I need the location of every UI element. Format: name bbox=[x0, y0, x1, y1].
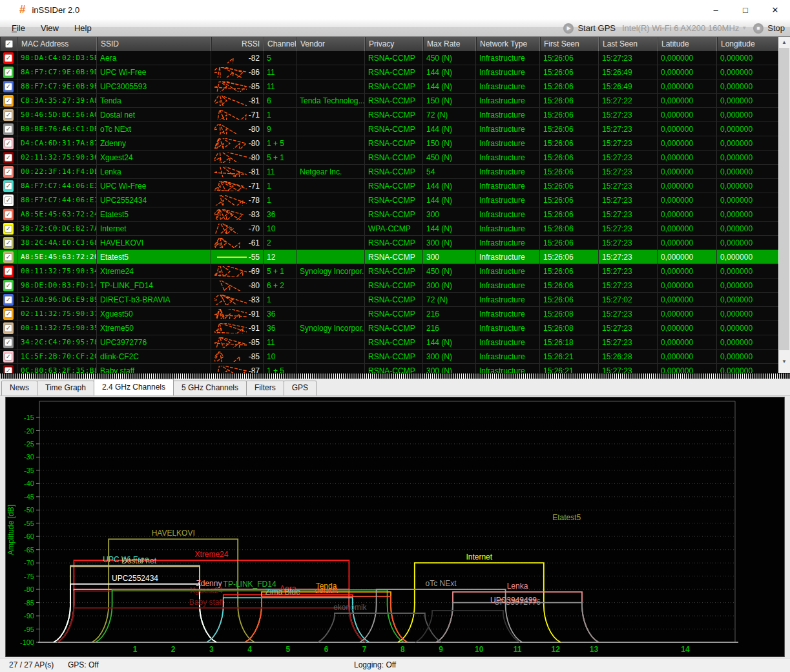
svg-text:-25: -25 bbox=[24, 440, 34, 448]
tab-news[interactable]: News bbox=[1, 381, 37, 395]
cell-latitude: 0,000000 bbox=[658, 264, 717, 278]
table-row[interactable]: ✓88:F7:C7:9E:0B:9BUPC3005593-8511RSNA-CC… bbox=[0, 79, 778, 94]
horizontal-scrollbar[interactable] bbox=[0, 373, 790, 379]
row-checkbox[interactable]: ✓ bbox=[0, 264, 17, 278]
column-header-network-type[interactable]: Network Type bbox=[476, 37, 540, 51]
menu-item-view[interactable]: View bbox=[33, 21, 67, 36]
row-checkbox[interactable]: ✓ bbox=[0, 207, 17, 221]
row-checkbox[interactable]: ✓ bbox=[0, 136, 17, 150]
cell-max-rate: 300 (N) bbox=[423, 278, 476, 292]
cell-first-seen: 15:26:06 bbox=[540, 151, 599, 164]
tab-filters[interactable]: Filters bbox=[246, 381, 284, 395]
table-row[interactable]: ✓38:2C:4A:E0:C3:68HAVELKOVI-612RSNA-CCMP… bbox=[0, 236, 778, 250]
cell-rssi: -80 bbox=[211, 278, 264, 292]
column-header-longitude[interactable]: Longitude bbox=[717, 37, 778, 51]
svg-text:14: 14 bbox=[681, 645, 690, 654]
row-checkbox[interactable]: ✓ bbox=[0, 179, 17, 193]
column-header-channel[interactable]: Channel bbox=[264, 37, 296, 51]
row-checkbox[interactable]: ✓ bbox=[0, 94, 17, 107]
tab-5-ghz-channels[interactable]: 5 GHz Channels bbox=[173, 381, 247, 395]
row-checkbox[interactable]: ✓ bbox=[0, 51, 17, 65]
table-row[interactable]: ✓02:11:32:75:90:36Xguest24-805 + 1RSNA-C… bbox=[0, 151, 778, 165]
column-header-last-seen[interactable]: Last Seen bbox=[599, 37, 658, 51]
row-checkbox[interactable]: ✓ bbox=[0, 307, 17, 320]
cell-ssid: oTc NExt bbox=[97, 122, 211, 136]
cell-latitude: 0,000000 bbox=[658, 65, 717, 79]
start-gps-button[interactable]: ▶ Start GPS bbox=[563, 23, 616, 34]
table-row[interactable]: ✓8A:F7:C7:9E:0B:9DUPC Wi-Free-8611RSNA-C… bbox=[0, 65, 778, 79]
row-checkbox[interactable]: ✓ bbox=[0, 350, 17, 363]
vertical-scrollbar[interactable]: ▲ ▼ bbox=[778, 37, 790, 373]
row-checkbox[interactable]: ✓ bbox=[0, 122, 17, 136]
row-checkbox[interactable]: ✓ bbox=[0, 65, 17, 79]
channel-graph: -15-20-25-30-35-40-45-50-55-60-65-70-75-… bbox=[5, 397, 785, 657]
svg-text:-80: -80 bbox=[24, 585, 34, 593]
scroll-up-icon[interactable]: ▲ bbox=[778, 37, 790, 48]
table-row[interactable]: ✓02:11:32:75:90:37Xguest50-9136RSNA-CCMP… bbox=[0, 307, 778, 321]
tab-2-4-ghz-channels[interactable]: 2.4 GHz Channels bbox=[94, 379, 174, 395]
column-header-rssi[interactable]: RSSI bbox=[211, 37, 264, 51]
row-checkbox[interactable]: ✓ bbox=[0, 335, 17, 349]
row-checkbox[interactable]: ✓ bbox=[0, 278, 17, 292]
row-checkbox[interactable]: ✓ bbox=[0, 79, 17, 93]
table-row[interactable]: ✓98:DA:C4:02:D3:5BAera-825RSNA-CCMP450 (… bbox=[0, 51, 778, 65]
table-row[interactable]: ✓88:F7:C7:44:06:E1UPC2552434-781RSNA-CCM… bbox=[0, 193, 778, 207]
stop-button[interactable]: ■ Stop bbox=[753, 23, 785, 34]
table-row[interactable]: ✓1C:5F:2B:70:CF:2Cdlink-CF2C-8510RSNA-CC… bbox=[0, 350, 778, 364]
column-header-vendor[interactable]: Vendor bbox=[296, 37, 365, 51]
cell-last-seen: 15:27:23 bbox=[599, 321, 658, 335]
row-checkbox[interactable]: ✓ bbox=[0, 250, 17, 264]
maximize-button[interactable]: □ bbox=[731, 0, 760, 19]
table-row[interactable]: ✓98:DE:D0:B3:FD:14TP-LINK_FD14-806 + 2RS… bbox=[0, 278, 778, 293]
column-header-ssid[interactable]: SSID bbox=[97, 37, 211, 51]
table-row[interactable]: ✓00:11:32:75:90:35Xtreme50-9136Synology … bbox=[0, 321, 778, 335]
table-row[interactable]: ✓8A:F7:C7:44:06:E3UPC Wi-Free-711RSNA-CC… bbox=[0, 179, 778, 193]
scroll-down-icon[interactable]: ▼ bbox=[778, 356, 790, 367]
cell-vendor: Synology Incorpor... bbox=[296, 321, 365, 335]
row-checkbox[interactable]: ✓ bbox=[0, 364, 17, 373]
table-row[interactable]: ✓D4:CA:6D:31:7A:87Zdenny-801 + 5RSNA-CCM… bbox=[0, 136, 778, 151]
cell-first-seen: 15:26:06 bbox=[540, 207, 599, 221]
column-header-first-seen[interactable]: First Seen bbox=[540, 37, 599, 51]
table-row[interactable]: ✓C8:3A:35:27:39:A8Tenda-816Tenda Technol… bbox=[0, 94, 778, 108]
column-header-latitude[interactable]: Latitude bbox=[658, 37, 717, 51]
scrollbar-thumb[interactable] bbox=[779, 48, 789, 350]
close-button[interactable]: ✕ bbox=[760, 0, 790, 19]
table-row[interactable]: ✓A8:5E:45:63:72:20Etatest5-5512RSNA-CCMP… bbox=[0, 250, 778, 264]
tab-gps[interactable]: GPS bbox=[284, 381, 317, 395]
row-checkbox[interactable]: ✓ bbox=[0, 165, 17, 178]
svg-text:-65: -65 bbox=[24, 546, 34, 554]
menu-item-help[interactable]: Help bbox=[67, 21, 99, 36]
cell-ssid: Dostal net bbox=[97, 108, 211, 121]
column-header-max-rate[interactable]: Max Rate bbox=[423, 37, 476, 51]
row-checkbox[interactable]: ✓ bbox=[0, 236, 17, 249]
column-header-mac-address[interactable]: MAC Address bbox=[17, 37, 97, 51]
menu-item-file[interactable]: File bbox=[4, 21, 33, 36]
cell-network-type: Infrastructure bbox=[476, 79, 540, 93]
cell-privacy: RSNA-CCMP bbox=[365, 321, 423, 335]
table-row[interactable]: ✓12:A0:96:D6:E9:89DIRECT-b3-BRAVIA-831RS… bbox=[0, 293, 778, 307]
column-header-privacy[interactable]: Privacy bbox=[365, 37, 423, 51]
table-row[interactable]: ✓00:22:3F:14:F4:DELenka-8111Netgear Inc.… bbox=[0, 165, 778, 179]
table-row[interactable]: ✓34:2C:C4:70:95:78UPC3972776-8511RSNA-CC… bbox=[0, 335, 778, 350]
cell-longitude: 0,000000 bbox=[717, 136, 778, 150]
tab-time-graph[interactable]: Time Graph bbox=[37, 381, 94, 395]
row-checkbox[interactable]: ✓ bbox=[0, 321, 17, 335]
cell-mac: 02:11:32:75:90:37 bbox=[17, 307, 97, 320]
table-row[interactable]: ✓A8:5E:45:63:72:24Etatest5-8336RSNA-CCMP… bbox=[0, 207, 778, 222]
table-row[interactable]: ✓38:72:C0:DC:B2:7AInternet-7010WPA-CCMP1… bbox=[0, 222, 778, 236]
row-checkbox[interactable]: ✓ bbox=[0, 293, 17, 306]
cell-network-type: Infrastructure bbox=[476, 264, 540, 278]
minimize-button[interactable]: – bbox=[701, 0, 731, 19]
row-checkbox[interactable]: ✓ bbox=[0, 151, 17, 164]
table-row[interactable]: ✓0C:80:63:2F:35:B8Baby staff-871 + 5RSNA… bbox=[0, 364, 778, 373]
header-checkbox[interactable]: ✓ bbox=[0, 37, 17, 51]
table-row[interactable]: ✓00:11:32:75:90:34Xtreme24-695 + 1Synolo… bbox=[0, 264, 778, 278]
adapter-select[interactable]: Intel(R) Wi-Fi 6 AX200 160MHz ▼ bbox=[622, 23, 747, 33]
row-checkbox[interactable]: ✓ bbox=[0, 108, 17, 121]
row-checkbox[interactable]: ✓ bbox=[0, 222, 17, 235]
table-row[interactable]: ✓B0:BE:76:A6:C1:DBoTc NExt-809RSNA-CCMP1… bbox=[0, 122, 778, 136]
cell-longitude: 0,000000 bbox=[717, 278, 778, 292]
row-checkbox[interactable]: ✓ bbox=[0, 193, 17, 207]
table-row[interactable]: ✓50:46:5D:BC:56:ACDostal net-711RSNA-CCM… bbox=[0, 108, 778, 122]
